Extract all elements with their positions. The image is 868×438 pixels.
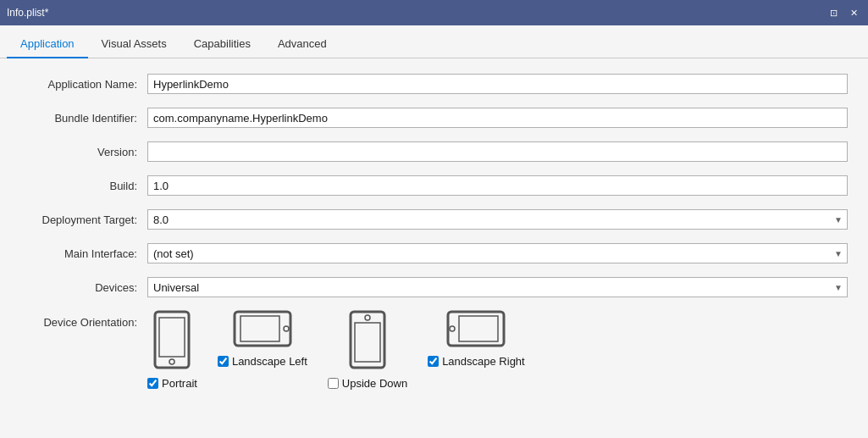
orientation-items: Portrait Landscape Left [147,309,525,390]
landscape-left-checkbox[interactable] [218,356,229,367]
version-label: Version: [20,146,147,158]
devices-label: Devices: [20,281,147,294]
upside-down-device-icon [348,309,387,370]
upside-down-check-label: Upside Down [342,377,407,390]
device-orientation-row: Device Orientation: Portrait [20,309,848,390]
application-name-label: Application Name: [20,78,147,91]
devices-row: Devices: Universal iPhone iPad ▼ [20,275,848,299]
landscape-right-check-row: Landscape Right [428,355,525,368]
landscape-right-check-label: Landscape Right [442,355,525,368]
landscape-right-device-icon [445,309,506,348]
form-area: Application Name: Bundle Identifier: Ver… [0,58,868,438]
build-input[interactable] [147,175,848,196]
svg-rect-4 [240,316,279,341]
pin-button[interactable]: ⊡ [826,5,841,20]
svg-point-2 [169,359,174,364]
deployment-target-row: Deployment Target: 8.0 9.0 10.0 11.0 12.… [20,208,848,231]
landscape-left-device-icon [232,309,293,348]
portrait-check-label: Portrait [162,377,197,390]
tab-advanced[interactable]: Advanced [264,32,340,58]
landscape-right-checkbox[interactable] [428,356,439,367]
orientation-portrait: Portrait [147,309,197,390]
main-interface-label: Main Interface: [20,247,147,260]
svg-rect-9 [448,312,504,346]
svg-point-5 [284,326,289,331]
deployment-target-wrapper: 8.0 9.0 10.0 11.0 12.0 ▼ [147,209,848,230]
svg-rect-10 [459,316,498,341]
title-bar-filename: Info.plist* [7,7,821,19]
portrait-device-icon [152,309,191,370]
version-input[interactable] [147,141,848,162]
landscape-left-check-label: Landscape Left [232,355,307,368]
devices-select[interactable]: Universal iPhone iPad [147,277,848,297]
svg-rect-7 [355,323,380,362]
main-interface-row: Main Interface: (not set) ▼ [20,241,848,265]
upside-down-check-row: Upside Down [328,377,407,390]
portrait-checkbox[interactable] [147,378,158,389]
main-content: Application Visual Assets Capabilities A… [0,25,868,438]
main-interface-wrapper: (not set) ▼ [147,243,848,263]
build-row: Build: [20,174,848,197]
deployment-target-label: Deployment Target: [20,213,147,226]
tab-capabilities[interactable]: Capabilities [180,32,264,58]
tab-application[interactable]: Application [7,32,88,58]
title-bar: Info.plist* ⊡ ✕ [0,0,868,25]
landscape-left-check-row: Landscape Left [218,355,307,368]
devices-wrapper: Universal iPhone iPad ▼ [147,277,848,297]
application-name-row: Application Name: [20,72,848,96]
orientation-landscape-right: Landscape Right [428,309,525,368]
bundle-identifier-label: Bundle Identifier: [20,112,147,125]
svg-point-8 [365,315,370,320]
close-button[interactable]: ✕ [846,5,861,20]
bundle-identifier-input[interactable] [147,108,848,128]
bundle-identifier-row: Bundle Identifier: [20,106,848,130]
tab-bar: Application Visual Assets Capabilities A… [0,25,868,58]
upside-down-checkbox[interactable] [328,378,339,389]
portrait-check-row: Portrait [147,377,197,390]
device-orientation-label: Device Orientation: [20,309,147,329]
svg-point-11 [450,326,455,331]
svg-rect-1 [159,318,185,357]
main-interface-select[interactable]: (not set) [147,243,848,263]
deployment-target-select[interactable]: 8.0 9.0 10.0 11.0 12.0 [147,209,848,230]
build-label: Build: [20,180,147,192]
version-row: Version: [20,140,848,164]
application-name-input[interactable] [147,74,848,94]
svg-rect-3 [235,312,290,346]
orientation-upside-down: Upside Down [328,309,407,390]
orientation-landscape-left: Landscape Left [218,309,307,368]
tab-visual-assets[interactable]: Visual Assets [88,32,180,58]
